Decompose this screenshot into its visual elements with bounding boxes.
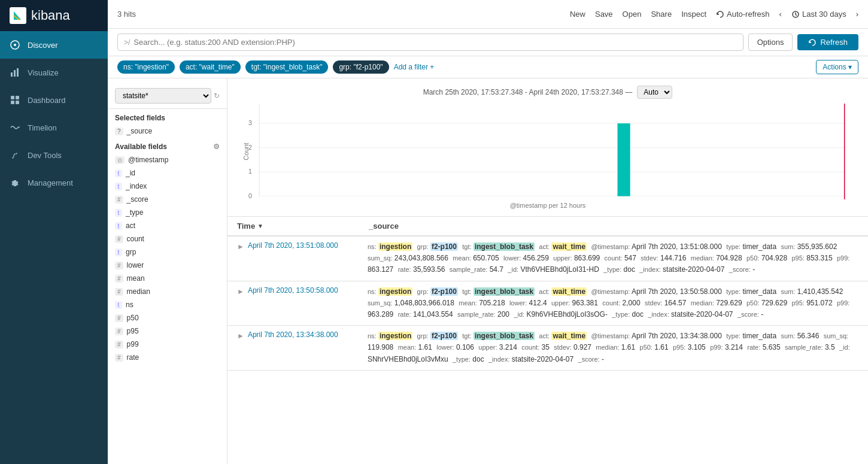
table-row-3-header[interactable]: ► April 7th 2020, 13:34:38.000 ns: inges… xyxy=(227,326,868,370)
svg-rect-8 xyxy=(16,101,19,104)
search-input-wrap[interactable]: >/ xyxy=(117,34,743,51)
field-lower[interactable]: # lower xyxy=(108,259,227,272)
field-name-type: _type xyxy=(126,208,220,217)
field-name-timestamp: @timestamp xyxy=(128,156,220,164)
time-range-button[interactable]: Last 30 days xyxy=(791,10,846,19)
field-act[interactable]: t act xyxy=(108,219,227,232)
sidebar-visualize-label: Visualize xyxy=(28,68,59,77)
new-button[interactable]: New xyxy=(570,10,585,19)
left-panel: statsite* ↻ Selected fields ? _source Av… xyxy=(108,78,227,464)
field-type-row[interactable]: t _type xyxy=(108,206,227,219)
field-score[interactable]: # _score xyxy=(108,193,227,206)
field-type-score: # xyxy=(115,196,123,204)
field-mean[interactable]: # mean xyxy=(108,272,227,285)
filter-act[interactable]: act: "wait_time" xyxy=(180,60,241,74)
autorefresh-button[interactable]: Auto-refresh xyxy=(716,10,770,19)
table-row: ► April 7th 2020, 13:34:38.000 ns: inges… xyxy=(227,326,868,371)
topbar-hits: 3 hits xyxy=(117,10,136,19)
chart-interval-select[interactable]: Auto xyxy=(637,86,672,99)
field-name-act: act xyxy=(126,222,220,230)
sidebar-item-management[interactable]: Management xyxy=(0,169,108,196)
row-3-time: April 7th 2020, 13:34:38.000 xyxy=(248,330,368,339)
field-p50[interactable]: # p50 xyxy=(108,311,227,325)
field-name-lower: lower xyxy=(127,261,220,269)
field-source[interactable]: ? _source xyxy=(108,125,227,138)
field-ns[interactable]: t ns xyxy=(108,298,227,311)
svg-rect-7 xyxy=(11,101,14,104)
field-median[interactable]: # median xyxy=(108,285,227,298)
field-type-source: ? xyxy=(115,128,123,135)
expand-row-2-icon[interactable]: ► xyxy=(237,287,244,296)
sidebar-nav: Discover Visualize Dashboard Timelion De… xyxy=(0,31,108,464)
sidebar-management-label: Management xyxy=(28,178,73,187)
field-count[interactable]: # count xyxy=(108,232,227,245)
table-row-2-header[interactable]: ► April 7th 2020, 13:50:58.000 ns: inges… xyxy=(227,281,868,326)
search-input[interactable] xyxy=(133,38,736,47)
field-type-mean: # xyxy=(115,275,123,283)
sidebar-item-devtools[interactable]: Dev Tools xyxy=(0,141,108,169)
index-refresh-icon[interactable]: ↻ xyxy=(214,92,220,100)
filter-tgt[interactable]: tgt: "ingest_blob_task" xyxy=(245,60,329,74)
row-3-content: ns: ingestion grp: f2-p100 tgt: ingest_b… xyxy=(368,330,858,365)
share-button[interactable]: Share xyxy=(651,10,672,19)
dashboard-icon xyxy=(10,95,20,105)
options-button[interactable]: Options xyxy=(748,34,793,51)
open-button[interactable]: Open xyxy=(623,10,642,19)
field-name-p95: p95 xyxy=(127,327,220,335)
sidebar-item-dashboard[interactable]: Dashboard xyxy=(0,86,108,114)
inspect-button[interactable]: Inspect xyxy=(681,10,706,19)
sidebar-devtools-label: Dev Tools xyxy=(28,151,62,160)
field-name-id: _id xyxy=(126,169,220,177)
kibana-wordmark: kibana xyxy=(31,8,70,23)
available-fields-title: Available fields xyxy=(115,142,167,151)
svg-rect-2 xyxy=(11,72,13,77)
sidebar-item-discover[interactable]: Discover xyxy=(0,31,108,59)
field-id[interactable]: t _id xyxy=(108,166,227,180)
actions-button[interactable]: Actions ▾ xyxy=(816,60,858,74)
svg-rect-6 xyxy=(16,96,19,99)
field-index[interactable]: t _index xyxy=(108,180,227,193)
fields-gear-icon[interactable]: ⚙ xyxy=(213,142,220,151)
hits-count: 3 hits xyxy=(117,10,136,19)
field-type-p99: # xyxy=(115,341,123,348)
expand-row-1-icon[interactable]: ► xyxy=(237,242,244,251)
table-row-1-header[interactable]: ► April 7th 2020, 13:51:08.000 ns: inges… xyxy=(227,236,868,281)
chart-svg: 0 1 2 3 2020-03-29 01: xyxy=(237,104,858,199)
save-button[interactable]: Save xyxy=(595,10,613,19)
selected-fields-section: Selected fields xyxy=(108,109,227,125)
refresh-button[interactable]: Refresh xyxy=(797,34,858,50)
field-p99[interactable]: # p99 xyxy=(108,338,227,351)
chart-y-label: Count xyxy=(242,142,250,160)
field-p95[interactable]: # p95 xyxy=(108,325,227,338)
col-time-header: Time ▼ xyxy=(237,222,369,231)
field-name-score: _score xyxy=(127,195,220,204)
sidebar-item-visualize[interactable]: Visualize xyxy=(0,59,108,86)
row-1-time: April 7th 2020, 13:51:08.000 xyxy=(248,241,368,250)
field-type-count: # xyxy=(115,235,123,243)
field-name-median: median xyxy=(127,287,220,296)
field-name-ns: ns xyxy=(126,301,220,309)
filterbar: ns: "ingestion" act: "wait_time" tgt: "i… xyxy=(108,56,868,78)
filter-grp[interactable]: grp: "f2-p100" xyxy=(333,60,389,74)
field-timestamp[interactable]: ⊙ @timestamp xyxy=(108,153,227,166)
field-grp[interactable]: t grp xyxy=(108,245,227,259)
sidebar-discover-label: Discover xyxy=(28,41,58,50)
field-name-index: _index xyxy=(126,182,220,190)
available-fields-section: Available fields ⚙ xyxy=(108,138,227,153)
field-type-timestamp: ⊙ xyxy=(115,156,125,164)
nav-next-button[interactable]: › xyxy=(856,10,858,19)
field-type-lower: # xyxy=(115,262,123,269)
field-name-p99: p99 xyxy=(127,340,220,348)
field-rate[interactable]: # rate xyxy=(108,351,227,364)
wrench-icon xyxy=(10,150,20,160)
nav-prev-button[interactable]: ‹ xyxy=(779,10,782,19)
sidebar-item-timelion[interactable]: Timelion xyxy=(0,114,108,141)
expand-row-3-icon[interactable]: ► xyxy=(237,332,244,340)
bar-chart-icon xyxy=(10,67,20,78)
sort-icon[interactable]: ▼ xyxy=(257,223,263,229)
index-pattern-select[interactable]: statsite* xyxy=(115,88,211,104)
add-filter-button[interactable]: Add a filter + xyxy=(394,63,435,71)
svg-text:0: 0 xyxy=(248,192,252,199)
filter-ns[interactable]: ns: "ingestion" xyxy=(117,60,175,74)
sidebar-timelion-label: Timelion xyxy=(28,123,57,132)
